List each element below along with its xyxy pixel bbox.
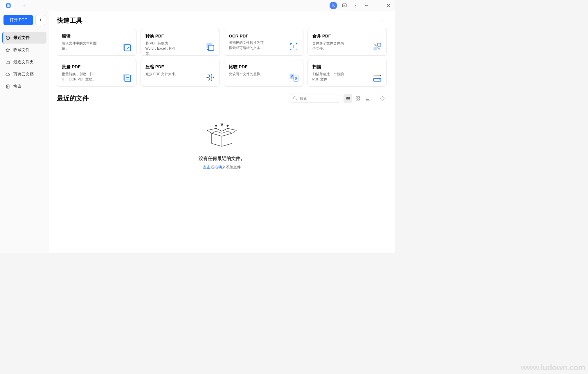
svg-rect-39 xyxy=(373,79,381,81)
cloud-icon xyxy=(5,72,10,77)
svg-point-6 xyxy=(355,3,356,4)
search-input[interactable] xyxy=(291,94,340,103)
search-box xyxy=(291,94,340,103)
svg-rect-49 xyxy=(356,99,357,100)
section-title-quick-tools: 快速工具 xyxy=(57,16,82,25)
main-content: 快速工具 ⋯ 编辑 编辑文件中的文本和图像。 转换 PDF 将 PDF 转换为 … xyxy=(49,11,395,253)
maximize-button[interactable] xyxy=(373,1,382,10)
sidebar-item-favorites[interactable]: 收藏文件 xyxy=(2,44,46,56)
svg-rect-25 xyxy=(378,43,381,46)
view-grid-button[interactable] xyxy=(353,94,362,103)
sidebar-item-recent-files[interactable]: 最近文件 xyxy=(2,32,46,44)
edit-icon xyxy=(122,42,132,52)
user-avatar-icon xyxy=(330,2,337,9)
card-desc: 减少 PDF 文件大小。 xyxy=(145,71,180,77)
new-tab-button[interactable]: + xyxy=(19,0,30,11)
card-title: 转换 PDF xyxy=(145,33,215,39)
divider xyxy=(375,96,375,101)
app-logo-tab[interactable] xyxy=(3,0,14,11)
card-title: 编辑 xyxy=(62,33,132,39)
svg-point-3 xyxy=(333,4,334,6)
sidebar-item-label: 最近文件 xyxy=(13,35,30,40)
card-desc: 将 PDF 转换为 Word，Excel，PPT等。 xyxy=(145,41,180,56)
svg-rect-50 xyxy=(358,99,359,100)
sidebar-item-recent-folders[interactable]: 最近文件夹 xyxy=(2,56,46,68)
svg-rect-26 xyxy=(373,47,377,51)
card-title: 批量 PDF xyxy=(62,64,132,70)
ocr-icon: T xyxy=(289,42,299,52)
view-thumbnail-button[interactable] xyxy=(363,94,372,103)
sidebar-item-agreement[interactable]: 协议 xyxy=(2,81,46,92)
batch-icon xyxy=(122,72,132,83)
tool-card-ocr[interactable]: OCR PDF 将扫描的文件转换为可搜索或可编辑的文本。 T xyxy=(224,29,303,56)
card-title: 压缩 PDF xyxy=(145,64,215,70)
card-desc: 比较两个文件的差异。 xyxy=(229,71,264,77)
sidebar-item-label: 收藏文件 xyxy=(13,47,30,53)
menu-button[interactable] xyxy=(351,1,360,10)
svg-text:T: T xyxy=(292,44,295,49)
svg-rect-23 xyxy=(209,45,214,51)
svg-rect-20 xyxy=(124,45,131,51)
account-button[interactable] xyxy=(329,1,338,10)
compare-icon: VS xyxy=(289,72,299,83)
sidebar-item-label: 万兴云文档 xyxy=(13,72,34,77)
card-title: 比较 PDF xyxy=(229,64,299,70)
tool-card-batch[interactable]: 批量 PDF 批量转换，创建，打印，OCR PDF 文档。 xyxy=(57,60,136,87)
feedback-button[interactable] xyxy=(340,1,349,10)
card-desc: 合并多个文件合并为一个文件。 xyxy=(312,41,347,51)
tool-card-edit[interactable]: 编辑 编辑文件中的文本和图像。 xyxy=(57,29,136,56)
svg-rect-44 xyxy=(348,97,350,98)
sidebar-item-cloud[interactable]: 万兴云文档 xyxy=(2,69,46,80)
empty-drag-link[interactable]: 拖动 xyxy=(214,165,222,169)
sidebar-item-label: 最近文件夹 xyxy=(13,60,34,65)
titlebar: + xyxy=(0,0,395,11)
minimize-icon xyxy=(364,3,368,8)
open-pdf-button[interactable]: 打开 PDF xyxy=(3,15,33,25)
scan-icon xyxy=(372,72,382,83)
card-title: 扫描 xyxy=(312,64,382,70)
folder-icon xyxy=(5,60,10,65)
svg-rect-48 xyxy=(358,97,359,98)
empty-title: 没有任何最近的文件。 xyxy=(57,156,387,162)
create-pdf-button[interactable]: + xyxy=(35,15,45,25)
empty-click-link[interactable]: 点击 xyxy=(203,165,211,169)
minimize-button[interactable] xyxy=(362,1,371,10)
svg-line-42 xyxy=(296,99,297,100)
close-icon xyxy=(386,3,391,8)
svg-point-41 xyxy=(294,97,296,99)
card-title: 合并 PDF xyxy=(312,33,382,39)
kebab-icon xyxy=(353,3,358,8)
refresh-icon xyxy=(380,96,385,101)
compress-icon xyxy=(205,72,215,83)
svg-rect-45 xyxy=(346,98,348,99)
sidebar-item-label: 协议 xyxy=(13,84,21,89)
empty-state: 没有任何最近的文件。 点击或拖动来添加文件 xyxy=(57,109,387,170)
close-button[interactable] xyxy=(384,1,393,10)
svg-rect-2 xyxy=(7,4,10,5)
svg-point-40 xyxy=(379,80,380,80)
view-list-button[interactable] xyxy=(344,94,352,103)
card-desc: 将扫描的文件转换为可搜索或可编辑的文本。 xyxy=(229,40,264,51)
svg-marker-14 xyxy=(6,48,10,52)
tool-card-scan[interactable]: 扫描 扫描并创建一个新的 PDF 文件 xyxy=(308,60,387,87)
quick-tools-grid: 编辑 编辑文件中的文本和图像。 转换 PDF 将 PDF 转换为 Word，Ex… xyxy=(57,29,387,87)
svg-point-7 xyxy=(355,5,356,6)
document-icon xyxy=(5,84,10,89)
tool-card-convert[interactable]: 转换 PDF 将 PDF 转换为 Word，Excel，PPT等。 xyxy=(141,29,220,56)
card-desc: 编辑文件中的文本和图像。 xyxy=(62,41,97,51)
card-desc: 扫描并创建一个新的 PDF 文件 xyxy=(312,71,347,82)
card-title: OCR PDF xyxy=(229,33,299,38)
svg-rect-28 xyxy=(125,75,130,82)
tool-card-compare[interactable]: 比较 PDF 比较两个文件的差异。 VS xyxy=(224,60,303,87)
search-icon xyxy=(293,96,297,102)
refresh-button[interactable] xyxy=(378,94,387,103)
chat-icon xyxy=(342,3,347,8)
list-icon xyxy=(346,96,350,101)
svg-rect-46 xyxy=(348,98,350,99)
section-title-recent-files: 最近的文件 xyxy=(57,94,287,103)
tool-card-merge[interactable]: 合并 PDF 合并多个文件合并为一个文件。 xyxy=(308,29,387,56)
svg-point-8 xyxy=(355,7,356,7)
quick-tools-more-button[interactable]: ⋯ xyxy=(380,17,387,24)
tool-card-compress[interactable]: 压缩 PDF 减少 PDF 文件大小。 xyxy=(141,60,220,87)
sidebar: 打开 PDF + 最近文件 收藏文件 最近文件夹 万兴云文档 协议 xyxy=(0,11,49,253)
